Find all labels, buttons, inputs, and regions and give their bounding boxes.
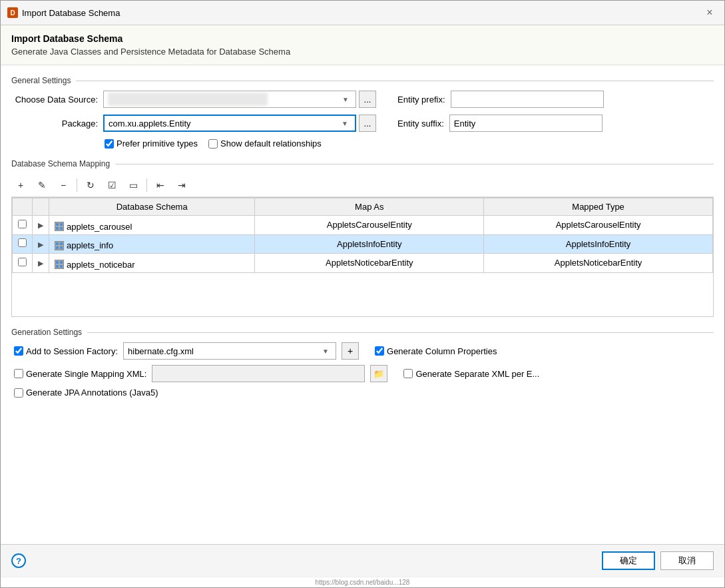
toolbar-divider-2 bbox=[146, 178, 147, 192]
row-schema-cell: applets_noticebar bbox=[49, 254, 255, 273]
single-xml-checkbox[interactable] bbox=[14, 369, 23, 378]
schema-name: applets_info bbox=[55, 240, 113, 250]
col-header-mapas: Map As bbox=[255, 198, 484, 216]
prefer-primitive-checkbox-label[interactable]: Prefer primitive types bbox=[105, 139, 198, 148]
prefer-primitive-label: Prefer primitive types bbox=[117, 139, 198, 148]
table-row[interactable]: ▶ applets_info AppletsInfoEntity Applets… bbox=[13, 234, 713, 254]
row-checkbox-cell bbox=[13, 254, 33, 273]
schema-name: applets_carousel bbox=[55, 222, 132, 232]
dialog-footer: ? 确定 取消 bbox=[1, 544, 724, 577]
session-factory-input[interactable] bbox=[128, 346, 320, 356]
col-header-checkbox bbox=[13, 198, 33, 216]
help-button[interactable]: ? bbox=[11, 553, 26, 568]
package-row: Package: ▼ ... Entity suffix: bbox=[11, 115, 714, 132]
data-source-blurred bbox=[108, 93, 268, 106]
entity-prefix-input[interactable] bbox=[451, 91, 604, 108]
expand-arrow[interactable]: ▶ bbox=[38, 259, 43, 267]
remove-schema-btn[interactable]: − bbox=[54, 176, 73, 194]
session-factory-checkbox[interactable] bbox=[14, 346, 23, 356]
jpa-checkbox-label[interactable]: Generate JPA Annotations (Java5) bbox=[14, 388, 158, 398]
single-xml-checkbox-label[interactable]: Generate Single Mapping XML: bbox=[14, 369, 146, 379]
single-xml-row: Generate Single Mapping XML: 📁 Generate … bbox=[14, 365, 714, 382]
row-checkbox-cell bbox=[13, 234, 33, 254]
data-source-combo[interactable]: ▼ bbox=[103, 91, 356, 108]
data-source-row: Choose Data Source: ▼ ... Entity prefix: bbox=[11, 91, 714, 108]
header-subtitle: Generate Java Classes and Persistence Me… bbox=[11, 47, 714, 57]
general-settings-section: General Settings Choose Data Source: ▼ .… bbox=[11, 76, 714, 148]
separate-xml-checkbox[interactable] bbox=[403, 369, 413, 378]
package-arrow: ▼ bbox=[339, 120, 351, 127]
title-bar: D Import Database Schema × bbox=[1, 1, 724, 25]
row-expand-cell: ▶ bbox=[33, 234, 49, 254]
data-source-browse-btn[interactable]: ... bbox=[359, 91, 376, 108]
data-source-arrow: ▼ bbox=[340, 96, 352, 103]
session-factory-checkbox-label[interactable]: Add to Session Factory: bbox=[14, 346, 118, 356]
package-combo[interactable]: ▼ bbox=[103, 115, 356, 132]
expand-arrow[interactable]: ▶ bbox=[38, 221, 43, 229]
toolbar-divider-1 bbox=[77, 178, 77, 192]
entity-prefix-group: Entity prefix: bbox=[397, 91, 604, 108]
footer-right: 确定 取消 bbox=[602, 551, 714, 570]
table-icon bbox=[55, 241, 64, 250]
entity-suffix-input[interactable] bbox=[449, 115, 603, 132]
copy-schema-btn[interactable]: ▭ bbox=[124, 176, 142, 194]
cancel-button[interactable]: 取消 bbox=[660, 551, 714, 570]
prefer-primitive-checkbox[interactable] bbox=[105, 139, 114, 148]
show-default-rel-checkbox[interactable] bbox=[208, 139, 218, 148]
generation-settings-label: Generation Settings bbox=[11, 328, 714, 337]
row-expand-cell: ▶ bbox=[33, 216, 49, 235]
session-factory-arrow: ▼ bbox=[320, 348, 332, 355]
jpa-checkbox[interactable] bbox=[14, 388, 23, 398]
ok-button[interactable]: 确定 bbox=[602, 551, 655, 570]
table-row[interactable]: ▶ applets_carousel AppletsCarouselEntity… bbox=[13, 216, 713, 235]
row-checkbox[interactable] bbox=[18, 220, 27, 228]
checkboxes-row: Prefer primitive types Show default rela… bbox=[105, 139, 714, 148]
gen-col-props-label[interactable]: Generate Column Properties bbox=[375, 346, 497, 356]
row-mapped-cell: AppletsCarouselEntity bbox=[484, 216, 713, 235]
table-icon bbox=[55, 222, 64, 231]
close-button[interactable]: × bbox=[702, 5, 718, 21]
row-checkbox-cell bbox=[13, 216, 33, 235]
check-schema-btn[interactable]: ☑ bbox=[103, 176, 121, 194]
header-section: Import Database Schema Generate Java Cla… bbox=[1, 25, 724, 65]
add-schema-btn[interactable]: + bbox=[11, 176, 30, 194]
gen-col-props-group: Generate Column Properties bbox=[375, 346, 497, 356]
row-schema-cell: applets_info bbox=[49, 234, 255, 254]
row-checkbox[interactable] bbox=[18, 258, 27, 266]
table-row[interactable]: ▶ applets_noticebar AppletsNoticebarEnti… bbox=[13, 254, 713, 273]
col-header-schema: Database Schema bbox=[49, 198, 255, 216]
row-checkbox[interactable] bbox=[18, 238, 27, 247]
table-header-row: Database Schema Map As Mapped Type bbox=[13, 198, 713, 216]
single-xml-input bbox=[156, 369, 360, 379]
col-header-mapped: Mapped Type bbox=[484, 198, 713, 216]
package-label: Package: bbox=[11, 119, 98, 129]
db-schema-section: Database Schema Mapping + ✎ − ↻ ☑ ▭ ⇤ ⇥ bbox=[11, 159, 714, 317]
single-xml-combo[interactable] bbox=[152, 365, 365, 382]
col-header-expand bbox=[33, 198, 49, 216]
footer-left: ? bbox=[11, 553, 26, 568]
package-input[interactable] bbox=[109, 119, 339, 129]
show-default-rel-checkbox-label[interactable]: Show default relationships bbox=[208, 139, 322, 148]
align-left-btn[interactable]: ⇤ bbox=[151, 176, 170, 194]
session-factory-combo[interactable]: ▼ bbox=[123, 342, 336, 360]
package-input-group: ▼ ... bbox=[103, 115, 376, 132]
entity-prefix-label: Entity prefix: bbox=[397, 95, 445, 105]
row-schema-cell: applets_carousel bbox=[49, 216, 255, 235]
package-browse-btn[interactable]: ... bbox=[359, 115, 376, 132]
add-session-factory-btn[interactable]: + bbox=[342, 342, 359, 360]
row-expand-cell: ▶ bbox=[33, 254, 49, 273]
schema-toolbar: + ✎ − ↻ ☑ ▭ ⇤ ⇥ bbox=[11, 174, 714, 197]
edit-schema-btn[interactable]: ✎ bbox=[33, 176, 51, 194]
expand-arrow[interactable]: ▶ bbox=[38, 240, 43, 248]
app-icon: D bbox=[7, 7, 18, 18]
schema-name: applets_noticebar bbox=[55, 260, 135, 270]
title-bar-left: D Import Database Schema bbox=[7, 7, 120, 18]
gen-col-props-checkbox[interactable] bbox=[375, 346, 384, 356]
separate-xml-group: Generate Separate XML per E... bbox=[403, 369, 539, 379]
align-right-btn[interactable]: ⇥ bbox=[172, 176, 191, 194]
separate-xml-label[interactable]: Generate Separate XML per E... bbox=[403, 369, 539, 379]
row-mapped-cell: AppletsNoticebarEntity bbox=[484, 254, 713, 273]
single-xml-browse-btn[interactable]: 📁 bbox=[370, 365, 387, 382]
refresh-schema-btn[interactable]: ↻ bbox=[81, 176, 100, 194]
watermark: https://blog.csdn.net/baidu...128 bbox=[1, 577, 724, 587]
